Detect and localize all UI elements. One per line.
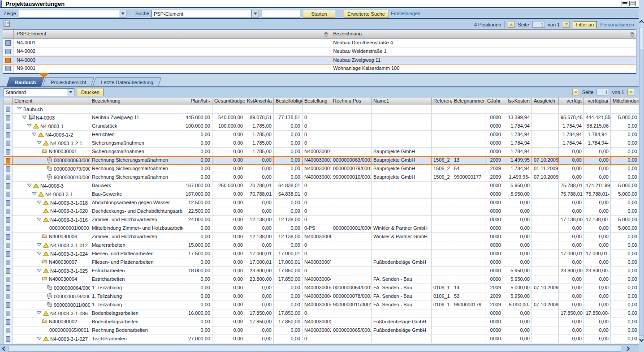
expand-triangle-icon[interactable]: [32, 132, 37, 137]
tree-table-row[interactable]: N4-0003-3-1-018Abdichtungsarbeiten gegen…: [4, 199, 639, 207]
tree-table-row[interactable]: 0000000079/0001Rechnung Sicherungsmaßnah…: [4, 165, 639, 173]
row-select-checkbox[interactable]: [6, 302, 10, 308]
filter-an-button[interactable]: Filter an: [573, 21, 597, 28]
tree-table-row[interactable]: N4-0003-3Bauwerk167.000,00250.000,0070.7…: [4, 182, 639, 190]
tree-table-row[interactable]: N4-0003-3-1-016Zimmer- und Holzbauarbeit…: [4, 216, 639, 224]
scroll-right-icon[interactable]: [626, 346, 630, 352]
tree-table-row[interactable]: N4-0003-3-1-025Estricharbeiten18.000,000…: [4, 267, 639, 275]
psp-table-row[interactable]: N4-0002Neubau Weidenstraße 1: [3, 47, 636, 56]
row-select-checkbox[interactable]: [6, 243, 10, 248]
expand-triangle-icon[interactable]: [32, 191, 37, 197]
row-select-checkbox[interactable]: [6, 217, 10, 223]
row-select-checkbox[interactable]: [6, 149, 10, 155]
psp-table-row[interactable]: N9-0001Wohnanlage Kaiserdamm 100: [3, 64, 636, 73]
row-select-checkbox[interactable]: [6, 115, 10, 120]
expand-triangle-icon[interactable]: [37, 200, 42, 205]
column-header-Rechn.u.Pos[interactable]: Rechn.u.Pos: [331, 98, 372, 105]
row-select-checkbox[interactable]: [5, 49, 11, 54]
row-select-checkbox[interactable]: [6, 260, 10, 265]
vertical-scroll-thumb[interactable]: [639, 28, 644, 49]
tree-table-row[interactable]: 0000000064/00011. Teilzahlung0,000,000,0…: [4, 284, 639, 292]
minimize-icon[interactable]: [622, 1, 628, 6]
page-down-icon[interactable]: [627, 89, 634, 95]
row-select-checkbox[interactable]: [6, 166, 10, 172]
chevron-down-icon[interactable]: [119, 10, 126, 17]
scroll-down-icon[interactable]: [639, 338, 644, 343]
personalisieren-link[interactable]: Personalisieren: [600, 22, 634, 27]
tree-table-row[interactable]: 0000000065/0001Rechnung Bodenarbeiten0,0…: [4, 326, 639, 335]
psp-table-row[interactable]: N4-0003Neubau Zweigweg 11: [3, 56, 636, 64]
tree-table-row[interactable]: N4-0003-1-2-1Sicherungsmaßnahmen0,000,00…: [4, 139, 639, 148]
column-header-Mittelbindun[interactable]: Mittelbindun: [611, 98, 639, 105]
tab-baubuch[interactable]: Baubuch: [6, 77, 44, 87]
row-select-checkbox[interactable]: [6, 277, 10, 282]
view-dropdown[interactable]: Standard: [4, 88, 74, 96]
row-select-checkbox[interactable]: [6, 107, 10, 112]
tree-table-row[interactable]: N400030001Sicherungsmaßnahmen0,000,001.7…: [4, 148, 639, 156]
row-select-checkbox[interactable]: [6, 200, 10, 206]
row-select-checkbox[interactable]: [6, 268, 10, 274]
tab-projekt-bersicht[interactable]: Projektübersicht: [42, 77, 94, 87]
row-select-checkbox[interactable]: [6, 251, 10, 257]
row-select-checkbox[interactable]: [6, 226, 10, 231]
row-select-checkbox[interactable]: [6, 311, 10, 316]
tree-table-row[interactable]: 0000000001/00001Mittelbindung Zimmer- un…: [4, 224, 639, 233]
row-select-checkbox[interactable]: [6, 132, 10, 137]
expand-triangle-icon[interactable]: [37, 268, 42, 273]
column-header-Referenz[interactable]: Referenz: [432, 98, 452, 105]
column-header-Ausgleich[interactable]: Ausgleich: [532, 98, 559, 105]
column-header-Bezeichnung[interactable]: Bezeichnung: [90, 98, 183, 105]
tree-table-row[interactable]: 0000000078/00011. Teilzahlung0,000,000,0…: [4, 292, 639, 301]
tree-table-row[interactable]: N4-0003Neubau Zweigweg 11445.000,00540.0…: [4, 114, 639, 122]
hierarchy-layout-icon[interactable]: [4, 21, 11, 29]
page-up-icon[interactable]: [508, 21, 514, 28]
tree-table-row[interactable]: Baubuch: [4, 105, 639, 114]
tree-table-row[interactable]: N400030006Zimmer- und Holzbauarbeiten0,0…: [4, 233, 639, 241]
row-select-checkbox[interactable]: [6, 209, 10, 214]
select-all-header[interactable]: [3, 30, 14, 39]
chevron-down-icon[interactable]: [67, 89, 74, 96]
drucken-button[interactable]: Drucken: [77, 88, 104, 96]
erweiterte-suche-button[interactable]: Erweiterte Suche: [343, 10, 389, 18]
tree-table-row[interactable]: N400030002Bodenbelagsarbeiten0,000,0017.…: [4, 318, 639, 326]
row-select-checkbox[interactable]: [6, 319, 10, 325]
expand-triangle-icon[interactable]: [27, 183, 32, 188]
scroll-up-icon[interactable]: [639, 20, 644, 25]
column-header-Name1[interactable]: Name1: [372, 98, 432, 105]
tree-table-row[interactable]: N4-0003-1-2Herrichten0,000,001.785,000,0…: [4, 131, 639, 139]
row-select-checkbox[interactable]: [6, 336, 10, 342]
search-input[interactable]: [262, 10, 300, 18]
tree-table-row[interactable]: N4-0003-3-1Bau-Gewerke167.000,000,0070.7…: [4, 190, 639, 199]
row-select-checkbox[interactable]: [6, 328, 10, 333]
horizontal-scrollbar[interactable]: [0, 344, 639, 352]
expand-triangle-icon[interactable]: [22, 115, 27, 120]
expand-triangle-icon[interactable]: [37, 310, 42, 316]
expand-triangle-icon[interactable]: [37, 140, 42, 146]
zeige-dropdown[interactable]: [19, 10, 126, 18]
row-select-checkbox[interactable]: [6, 234, 10, 240]
column-header-verfügt[interactable]: verfügt: [559, 98, 584, 105]
column-header-Belegnummer[interactable]: Belegnummer: [452, 98, 485, 105]
tree-table-row[interactable]: 0000000063/0001Rechnung Sicherungsmaßnah…: [4, 156, 639, 165]
row-select-checkbox[interactable]: [6, 285, 10, 291]
column-header-psp-element[interactable]: PSP-Element: [14, 30, 331, 39]
page-up-icon[interactable]: [572, 89, 579, 95]
column-header-Ist-Kosten[interactable]: Ist-Kosten: [503, 98, 532, 105]
tree-table-row[interactable]: N4-0003-3-1-012Maurerarbeiten15.000,000,…: [4, 241, 639, 250]
einstellungen-link[interactable]: Einstellungen: [391, 11, 420, 16]
column-header-KstAnschla[interactable]: KstAnschla: [245, 98, 274, 105]
column-header-GJahr[interactable]: GJahr: [485, 98, 503, 105]
starten-button[interactable]: Starten: [303, 10, 335, 18]
row-select-checkbox[interactable]: [5, 66, 11, 71]
row-select-checkbox[interactable]: [6, 158, 10, 163]
psp-table-row[interactable]: N4-0001Neubau Dorotheenstraße 4: [3, 39, 636, 47]
chevron-down-icon[interactable]: [251, 10, 259, 17]
expand-triangle-icon[interactable]: [37, 336, 42, 341]
page-input[interactable]: [532, 21, 545, 28]
sort-icon[interactable]: [630, 31, 634, 38]
row-select-checkbox[interactable]: [6, 192, 10, 197]
tree-table-row[interactable]: N4-0003-3-1-036Bodenbelagsarbeiten16.000…: [4, 309, 639, 318]
suche-dropdown[interactable]: PSP-Element: [151, 10, 259, 18]
tab-letzte-daten-berleitung[interactable]: Letzte Datenüberleitung: [92, 77, 161, 87]
vertical-scrollbar[interactable]: [639, 27, 644, 336]
